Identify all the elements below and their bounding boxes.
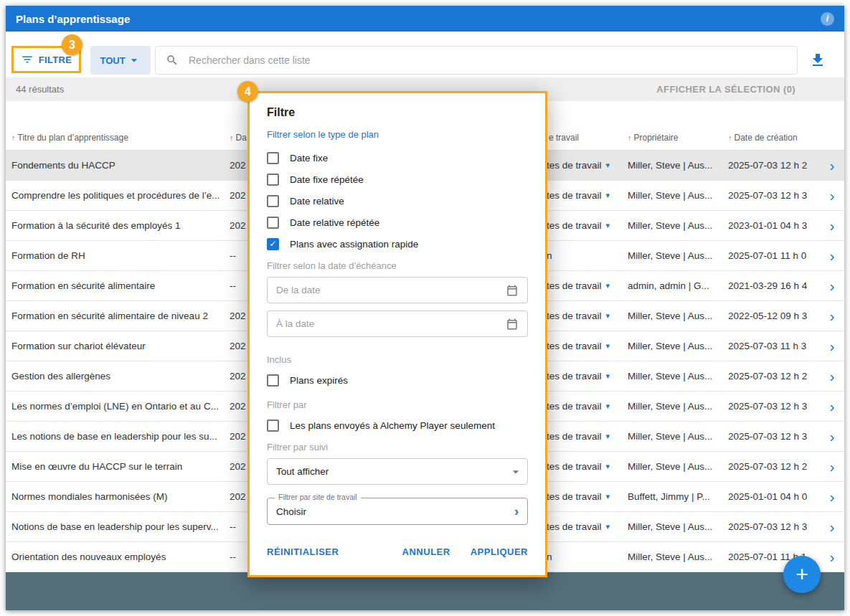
chevron-right-icon[interactable]: › — [823, 241, 841, 270]
download-icon[interactable] — [809, 52, 828, 70]
plan-type-section-label: Filtrer selon le type de plan — [267, 129, 528, 140]
chevron-right-icon[interactable]: › — [823, 512, 841, 541]
plan-owner-cell: Miller, Steve | Aus... — [628, 392, 725, 421]
plan-sites-cell[interactable]: tes de travail ▾ — [547, 422, 621, 451]
checkbox[interactable] — [267, 217, 279, 229]
plan-owner-cell: Miller, Steve | Aus... — [628, 151, 725, 180]
plan-owner-cell: Miller, Steve | Aus... — [628, 361, 725, 391]
plan-created-cell: 2025-07-03 12 h 3 — [728, 512, 823, 541]
column-header[interactable]: ↑Titre du plan d’apprentissage — [11, 125, 230, 150]
search-bar[interactable] — [155, 46, 798, 75]
chevron-right-icon[interactable]: › — [823, 542, 841, 572]
screenshot-canvas: Plans d’apprentissage i FILTRE 3 TOUT 44… — [0, 0, 850, 616]
site-filter-field[interactable]: Filtrer par site de travail Choisir › — [267, 498, 528, 525]
show-selection-link[interactable]: AFFICHER LA SÉLECTION (0) — [656, 84, 834, 95]
cancel-button[interactable]: ANNULER — [402, 546, 450, 557]
plan-sites-cell[interactable]: n — [547, 542, 621, 572]
plan-sites-text: tes de travail — [547, 401, 602, 412]
plan-sites-cell[interactable]: tes de travail ▾ — [547, 482, 621, 511]
calendar-icon[interactable] — [506, 318, 519, 331]
tracking-select[interactable]: Tout afficher — [267, 458, 528, 485]
chevron-right-icon[interactable]: › — [823, 151, 841, 180]
column-header-label: Date de création — [735, 133, 798, 143]
plan-created-cell: 2025-07-03 12 h 2 — [728, 151, 823, 180]
plan-sites-cell[interactable]: tes de travail ▾ — [547, 211, 621, 240]
chevron-right-icon[interactable]: › — [823, 301, 841, 331]
column-header[interactable]: ↑Propriétaire — [628, 125, 725, 150]
filter-by-section-label: Filtrer par — [267, 399, 528, 410]
results-count: 44 résultats — [16, 84, 64, 95]
chevron-right-icon[interactable]: › — [823, 331, 841, 361]
info-icon[interactable]: i — [821, 12, 834, 26]
scope-dropdown-label: TOUT — [100, 55, 125, 66]
plan-sites-text: tes de travail — [547, 311, 602, 321]
plan-created-cell: 2025-07-01 11 h 0 — [728, 241, 823, 270]
chevron-down-icon: ▾ — [606, 161, 610, 170]
chevron-right-icon[interactable]: › — [823, 271, 841, 300]
plan-sites-cell[interactable]: n — [547, 241, 621, 270]
plan-owner-cell: Buffett, Jimmy | P... — [628, 482, 725, 511]
plan-sites-cell[interactable]: tes de travail ▾ — [547, 301, 621, 331]
date-from-placeholder: De la date — [276, 285, 506, 295]
plan-sites-text: tes de travail — [547, 371, 602, 382]
plan-sites-cell[interactable]: tes de travail ▾ — [547, 452, 621, 481]
checkbox-label: Date fixe — [290, 153, 328, 164]
plan-sites-cell[interactable]: tes de travail ▾ — [547, 271, 621, 300]
checkbox-label: Les plans envoyés à Alchemy Player seule… — [290, 420, 495, 431]
filter-dialog: Filtre Filtrer selon le type de plan Dat… — [247, 91, 547, 577]
player-only-checkbox-row[interactable]: Les plans envoyés à Alchemy Player seule… — [267, 414, 528, 436]
plan-created-cell: 2025-07-03 12 h 2 — [728, 361, 823, 391]
plan-type-checkbox-row[interactable]: Date fixe — [267, 147, 528, 169]
plan-sites-cell[interactable]: tes de travail ▾ — [547, 512, 621, 541]
chevron-right-icon[interactable]: › — [823, 211, 841, 240]
plan-created-cell: 2023-01-01 04 h 3 — [728, 211, 823, 240]
plan-title-cell: Comprendre les politiques et procédures … — [11, 181, 230, 210]
column-header[interactable]: ↑Date de création — [728, 125, 823, 150]
chevron-right-icon: › — [514, 504, 519, 519]
checkbox[interactable] — [267, 420, 279, 432]
column-header-label: e travail — [549, 133, 579, 143]
plan-type-checkbox-row[interactable]: ✓ Plans avec assignation rapide — [267, 233, 528, 255]
chevron-right-icon[interactable]: › — [823, 482, 841, 511]
add-button[interactable]: + — [783, 556, 821, 593]
calendar-icon[interactable] — [506, 284, 519, 297]
plan-sites-cell[interactable]: tes de travail ▾ — [547, 361, 621, 391]
scope-dropdown[interactable]: TOUT — [90, 46, 151, 75]
plan-sites-text: tes de travail — [547, 521, 602, 532]
chevron-right-icon[interactable]: › — [823, 181, 841, 210]
plan-owner-cell: Miller, Steve | Aus... — [628, 452, 725, 481]
plan-sites-cell[interactable]: tes de travail ▾ — [547, 151, 621, 180]
plan-type-checkbox-row[interactable]: Date fixe répétée — [267, 169, 528, 190]
tracking-select-value: Tout afficher — [276, 466, 509, 477]
checkbox[interactable]: ✓ — [267, 238, 279, 250]
checkbox[interactable] — [267, 195, 279, 207]
checkbox[interactable] — [267, 374, 279, 387]
plan-sites-text: n — [547, 250, 552, 261]
footer-band — [6, 572, 844, 610]
plan-type-checkbox-row[interactable]: Date relative répétée — [267, 212, 528, 233]
date-from-field[interactable]: De la date — [267, 277, 528, 303]
apply-button[interactable]: APPLIQUER — [471, 546, 528, 557]
search-input[interactable] — [187, 54, 787, 67]
checkbox[interactable] — [267, 152, 279, 164]
plan-owner-cell: Miller, Steve | Aus... — [628, 181, 725, 210]
plan-type-checkbox-row[interactable]: Date relative — [267, 190, 528, 212]
date-to-field[interactable]: À la date — [267, 311, 528, 337]
chevron-right-icon[interactable]: › — [823, 422, 841, 451]
chevron-right-icon[interactable]: › — [823, 361, 841, 391]
reset-button[interactable]: RÉINITIALISER — [267, 546, 339, 557]
chevron-down-icon: ▾ — [606, 402, 610, 411]
chevron-right-icon[interactable]: › — [823, 392, 841, 421]
checkbox[interactable] — [267, 174, 279, 186]
tracking-section-label: Filtrer par suivi — [267, 442, 528, 452]
plan-created-cell: 2025-01-01 04 h 0 — [728, 482, 823, 511]
plan-sites-cell[interactable]: tes de travail ▾ — [547, 181, 621, 210]
expired-plans-checkbox-row[interactable]: Plans expirés — [267, 369, 528, 391]
plan-sites-cell[interactable]: tes de travail ▾ — [547, 331, 621, 361]
plan-owner-cell: Miller, Steve | Aus... — [628, 211, 725, 240]
search-icon — [166, 54, 179, 67]
plan-sites-cell[interactable]: tes de travail ▾ — [547, 392, 621, 421]
column-header-label: Titre du plan d’apprentissage — [18, 133, 128, 143]
column-header[interactable]: e travail — [547, 125, 621, 150]
chevron-right-icon[interactable]: › — [823, 452, 841, 481]
